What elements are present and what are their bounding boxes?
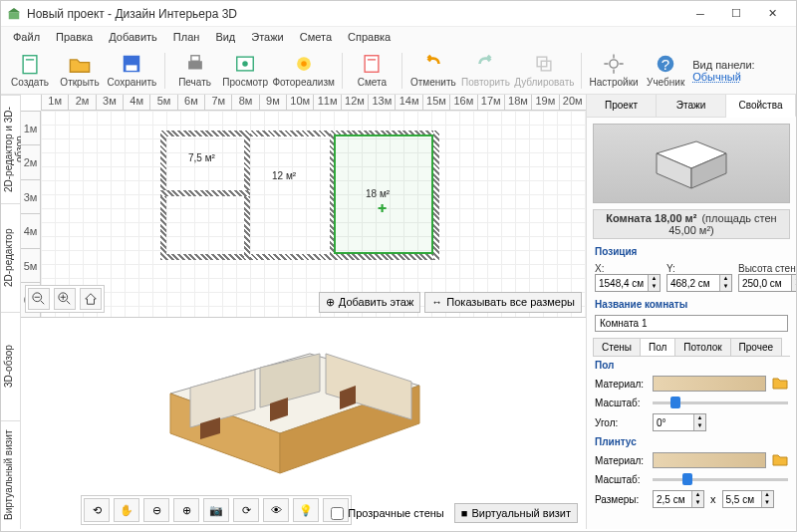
toolbar-open-button[interactable]: Открыть [57, 51, 103, 90]
plinth-scale-slider[interactable] [653, 472, 788, 486]
zoom-in-button[interactable] [54, 288, 76, 310]
position-heading: Позиция [587, 243, 796, 260]
orbit-button[interactable]: ⟲ [84, 498, 110, 522]
wall-height-input[interactable]: ▲▼ [738, 274, 796, 292]
virtual-visit-button[interactable]: ■ Виртуальный визит [454, 503, 578, 523]
panel-view-label: Вид панели: Обычный [692, 59, 790, 83]
side-tabs: 2D-редактор и 3D-обзор 2D-редактор 3D-об… [1, 95, 21, 529]
plan-canvas[interactable]: 7,5 м² 12 м² 18 м² ✚ [41, 111, 586, 317]
view-icon [234, 53, 256, 75]
svg-line-23 [67, 301, 71, 305]
plinth-height-input[interactable]: ▲▼ [722, 490, 774, 508]
toolbar: СоздатьОткрытьСохранитьПечатьПросмотрФот… [1, 47, 796, 95]
add-floor-icon: ⊕ [326, 296, 335, 309]
plan-2d-tools [25, 285, 105, 313]
view-3d-tools: ⟲ ✋ ⊖ ⊕ 📷 ⟳ 👁 💡 ◐ [81, 495, 352, 525]
dimensions-icon: ↔ [431, 296, 442, 308]
menu-help[interactable]: Справка [342, 29, 397, 45]
menu-file[interactable]: Файл [7, 29, 46, 45]
close-button[interactable]: ✕ [754, 1, 790, 27]
subtab-ceiling[interactable]: Потолок [674, 338, 730, 356]
show-dimensions-button[interactable]: ↔Показывать все размеры [424, 292, 582, 313]
menu-floors[interactable]: Этажи [245, 29, 289, 45]
toolbar-print-button[interactable]: Печать [172, 51, 218, 90]
reset-view-button[interactable]: ⟳ [233, 498, 259, 522]
floorplan: 7,5 м² 12 м² 18 м² ✚ [160, 131, 439, 260]
plan-2d-viewport[interactable]: 1м2м3м4м5м6м7м8м9м10м11м12м13м14м15м16м1… [21, 95, 586, 317]
subtab-walls[interactable]: Стены [593, 338, 641, 356]
room-label-2: 12 м² [272, 170, 296, 181]
toolbar-undo-button[interactable]: Отменить [409, 51, 456, 90]
redo-icon [474, 53, 496, 75]
toolbar-view-button[interactable]: Просмотр [222, 51, 269, 90]
print-icon [184, 53, 206, 75]
floor-scale-slider[interactable] [653, 396, 788, 409]
zoom-out-button[interactable] [28, 288, 50, 310]
room-info: Комната 18,00 м² (площадь стен 45,00 м²) [593, 209, 790, 239]
minimize-button[interactable]: ─ [682, 1, 718, 27]
window-title: Новый проект - Дизайн Интерьера 3D [27, 7, 682, 21]
pos-y-input[interactable]: ▲▼ [666, 274, 732, 292]
transparent-walls-check[interactable]: Прозрачные стены [331, 507, 443, 520]
room-label-1: 7,5 м² [188, 152, 215, 163]
app-icon [7, 7, 21, 21]
panel-tab-floors[interactable]: Этажи [657, 95, 726, 117]
svg-rect-6 [188, 61, 202, 69]
toolbar-gear-button[interactable]: Настройки [589, 51, 639, 90]
menu-plan[interactable]: План [167, 29, 206, 45]
room-label-3: 18 м² [366, 188, 390, 199]
svg-marker-26 [86, 294, 97, 305]
toolbar-help-button[interactable]: ?Учебник [643, 51, 688, 90]
menu-edit[interactable]: Правка [50, 29, 99, 45]
save-icon [121, 53, 142, 75]
light-button[interactable]: 💡 [293, 498, 319, 522]
zoom-out-3d-button[interactable]: ⊖ [143, 498, 169, 522]
camera-button[interactable]: 📷 [203, 498, 229, 522]
undo-icon [422, 53, 444, 75]
menu-smeta[interactable]: Смета [294, 29, 338, 45]
svg-text:?: ? [662, 56, 669, 73]
est-icon [361, 53, 383, 75]
floor-angle-input[interactable]: ▲▼ [653, 413, 706, 431]
doc-icon [19, 53, 41, 75]
panel-view-link[interactable]: Обычный [692, 71, 741, 83]
side-tab-2d-3d[interactable]: 2D-редактор и 3D-обзор [1, 95, 20, 203]
photo-icon [293, 53, 315, 75]
help-icon: ? [655, 53, 676, 75]
maximize-button[interactable]: ☐ [718, 1, 754, 27]
svg-rect-5 [127, 65, 137, 71]
plan-3d-viewport[interactable]: ⟲ ✋ ⊖ ⊕ 📷 ⟳ 👁 💡 ◐ Прозрачные стены ■ Вир… [21, 317, 586, 529]
floor-material-swatch[interactable] [653, 376, 766, 392]
home-button[interactable] [80, 288, 102, 310]
svg-marker-1 [8, 7, 20, 11]
zoom-in-3d-button[interactable]: ⊕ [173, 498, 199, 522]
toolbar-est-button[interactable]: Смета [349, 51, 395, 90]
subtab-floor[interactable]: Пол [640, 338, 675, 356]
panel-tab-properties[interactable]: Свойства [726, 95, 796, 118]
add-floor-button[interactable]: ⊕Добавить этаж [319, 292, 420, 313]
pos-x-input[interactable]: ▲▼ [595, 274, 661, 292]
titlebar: Новый проект - Дизайн Интерьера 3D ─ ☐ ✕ [1, 1, 796, 27]
room-name-input[interactable] [595, 315, 788, 332]
plinth-material-swatch[interactable] [653, 452, 766, 468]
menu-view[interactable]: Вид [209, 29, 241, 45]
plinth-width-input[interactable]: ▲▼ [653, 490, 704, 508]
folder-icon[interactable] [772, 376, 788, 392]
panel-tab-project[interactable]: Проект [587, 95, 657, 117]
side-tab-3d[interactable]: 3D-обзор [1, 312, 20, 420]
subtab-other[interactable]: Прочее [730, 338, 782, 356]
side-tab-virtual[interactable]: Виртуальный визит [1, 420, 20, 529]
svg-point-9 [242, 61, 248, 67]
eye-button[interactable]: 👁 [263, 498, 289, 522]
toolbar-doc-button[interactable]: Создать [7, 51, 53, 90]
isometric-render [140, 324, 439, 483]
toolbar-photo-button[interactable]: Фотореализм [273, 51, 335, 90]
toolbar-dup-button[interactable]: Дублировать [514, 51, 574, 90]
toolbar-redo-button[interactable]: Повторить [460, 51, 510, 90]
toolbar-save-button[interactable]: Сохранить [107, 51, 157, 90]
folder-icon[interactable] [772, 452, 788, 468]
ruler-horizontal: 1м2м3м4м5м6м7м8м9м10м11м12м13м14м15м16м1… [41, 95, 586, 111]
menu-add[interactable]: Добавить [103, 29, 163, 45]
pan-button[interactable]: ✋ [114, 498, 139, 522]
side-tab-2d[interactable]: 2D-редактор [1, 203, 20, 312]
